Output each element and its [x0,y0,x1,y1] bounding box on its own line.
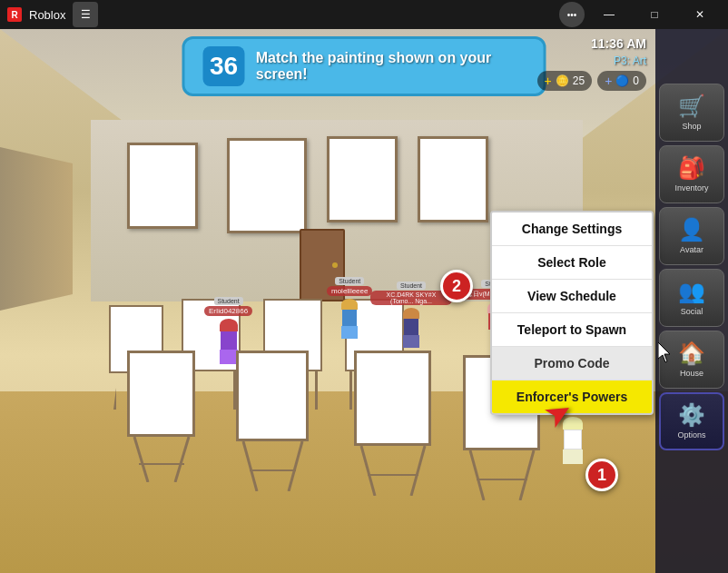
menu-view-schedule[interactable]: View Schedule [492,280,652,313]
menu-enforcer-powers[interactable]: Enforcer's Powers [492,380,652,413]
avatar-icon: 👤 [678,217,705,242]
house-icon: 🏠 [678,341,705,366]
wall-canvas-1 [127,143,198,229]
left-wall [0,147,73,311]
hud-timer-bar: 36 Match the painting shown on your scre… [182,36,546,96]
player-dark: Student XC.D4RK SKY#X (Tomo... Nga... [370,282,452,348]
wall-canvas-3 [327,136,398,222]
blue-amount: 0 [633,74,639,87]
hud-stats: + 🪙 25 + 🔵 0 [537,71,646,91]
social-label: Social [681,308,703,317]
options-button[interactable]: ⚙️ Options [659,392,724,450]
options-label: Options [677,431,705,440]
student-badge-2: Student [335,277,364,285]
easel-5 [127,351,195,482]
svg-line-9 [470,450,484,500]
door-knob [332,262,338,268]
mouse-cursor [658,342,674,364]
minimize-button[interactable]: — [588,0,630,29]
blue-icon: 🔵 [615,74,629,87]
shop-icon: 🛒 [678,94,705,119]
inventory-label: Inventory [674,184,708,193]
class-period: P3: Art [537,54,646,67]
easel-6 [236,351,309,491]
svg-line-0 [134,437,148,482]
student-badge-3: Student [397,282,426,290]
social-icon: 👥 [678,279,705,304]
svg-line-10 [520,450,534,500]
maximize-button[interactable]: □ [634,0,675,29]
player-name-2: molellleeee [327,286,372,296]
player-name-3: XC.D4RK SKY#X (Tomo... Nga... [370,291,452,305]
roblox-icon: R [7,7,22,22]
svg-line-4 [289,441,302,491]
titlebar-left: R Roblox ☰ [7,2,98,27]
shop-button[interactable]: 🛒 Shop [659,84,724,142]
game-window: Student ErIid042866 Student molellleeee … [0,29,728,573]
player-mole: Student molellleeee [327,277,372,339]
social-button[interactable]: 👥 Social [659,269,724,327]
titlebar: R Roblox ☰ ••• — □ ✕ [0,0,728,29]
menu-button[interactable]: ☰ [73,2,98,27]
blue-plus: + [605,74,612,88]
close-button[interactable]: ✕ [679,0,721,29]
options-icon: ⚙️ [678,402,705,428]
easel-7 [354,351,431,496]
menu-select-role[interactable]: Select Role [492,246,652,280]
menu-teleport-spawn[interactable]: Teleport to Spawn [492,313,652,347]
step-2-circle: 2 [440,270,473,302]
step-1-circle: 1 [585,459,618,491]
blue-stat: + 🔵 0 [597,71,646,91]
gold-amount: 25 [573,74,585,87]
svg-marker-12 [658,342,670,362]
menu-change-settings[interactable]: Change Settings [492,212,652,246]
inventory-icon: 🎒 [678,155,705,181]
wall-canvas-2 [227,138,307,233]
avatar-label: Avatar [680,246,703,255]
wall-canvas-4 [418,136,488,222]
player-name-1: ErIid042866 [204,306,252,316]
instruction-text: Match the painting shown on your screen! [256,50,526,83]
svg-line-3 [243,441,257,491]
titlebar-controls: ••• — □ ✕ [559,0,721,29]
svg-line-6 [361,446,375,496]
more-button[interactable]: ••• [559,2,585,27]
timer-display: 36 [203,46,245,86]
app-title: Roblox [29,8,65,22]
dropdown-menu: Change Settings Select Role View Schedul… [490,211,654,415]
avatar-button[interactable]: 👤 Avatar [659,207,724,265]
gold-stat: + 🪙 25 [537,71,593,91]
gold-icon: 🪙 [556,74,569,87]
hud-info: 11:36 AM P3: Art + 🪙 25 + 🔵 0 [537,36,646,91]
shop-label: Shop [682,123,701,132]
gold-plus: + [545,74,552,88]
game-time: 11:36 AM [537,36,646,51]
inventory-button[interactable]: 🎒 Inventory [659,145,724,203]
right-sidebar: 🛒 Shop 🎒 Inventory 👤 Avatar 👥 Social 🏠 H… [655,29,728,573]
svg-line-7 [411,446,425,496]
house-label: House [680,370,703,379]
student-badge-1: Student [214,297,243,305]
svg-line-1 [175,437,189,482]
menu-promo-code[interactable]: Promo Code [492,347,652,380]
